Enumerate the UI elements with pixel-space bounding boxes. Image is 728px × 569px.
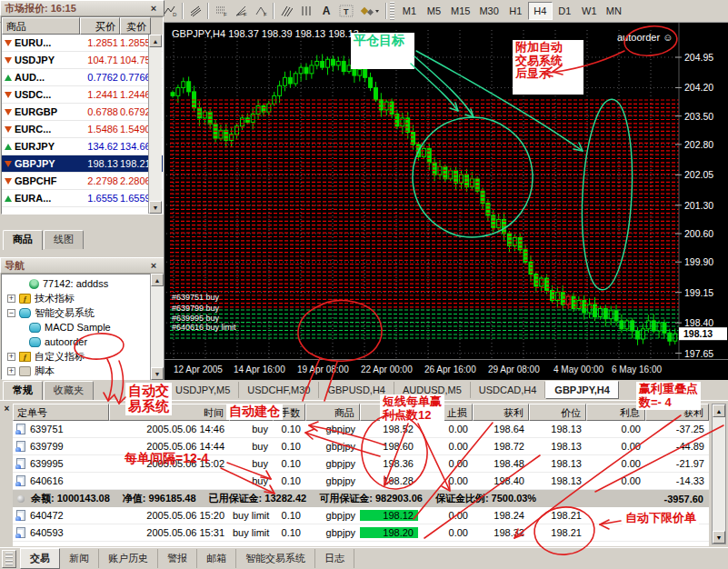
timeframe-button-d1[interactable]: D1 [553, 2, 577, 20]
market-row[interactable]: GBPCHF2.27982.2806 [2, 173, 163, 190]
arrow-text-tool-icon[interactable]: A [316, 2, 336, 21]
fibo-fan-tool-icon[interactable]: F [231, 2, 251, 21]
navigator-item[interactable]: MACD Sample [2, 320, 163, 334]
column-header-ask[interactable]: 卖价 [120, 17, 151, 35]
order-row[interactable]: 640616buy0.10gbpjpy198.280.00198.40198.1… [13, 473, 709, 490]
terminal-tabs-handle[interactable] [2, 550, 16, 568]
market-row[interactable]: USDC...1.24411.2446 [2, 86, 163, 104]
terminal-tab-智能交易系统[interactable]: 智能交易系统 [236, 549, 315, 568]
tree-expander-icon[interactable]: + [7, 367, 15, 375]
parallel-lines-tool-icon[interactable] [276, 2, 296, 21]
timeframe-button-w1[interactable]: W1 [577, 2, 602, 20]
lots-cell: 0.10 [273, 527, 305, 538]
tab-收藏夹[interactable]: 收藏夹 [44, 381, 94, 400]
close-icon[interactable]: × [2, 404, 12, 414]
order-row[interactable]: 6397512005.05.06 14:46buy0.10gbpjpy198.5… [13, 421, 709, 438]
profit-cell: -37.25 [645, 424, 709, 434]
chart-order-label: #640616 buy limit [172, 323, 236, 332]
sl-cell: 0.00 [418, 441, 473, 452]
tree-expander-icon[interactable]: + [7, 294, 15, 303]
chart-tab-USDCHF,M30[interactable]: USDCHF,M30 [239, 382, 319, 398]
time-axis-tick: 12 Apr 2005 [174, 364, 223, 374]
terminal-tab-日志[interactable]: 日志 [315, 549, 354, 568]
market-row[interactable]: EURJPY134.62134.66 [2, 138, 163, 155]
column-header-7[interactable]: 获利 [473, 404, 529, 421]
column-header-bid[interactable]: 买价 [80, 17, 120, 35]
tab-常规[interactable]: 常规 [3, 381, 43, 401]
chart-window[interactable]: #639751 buy#639799 buy#639995 buy#640616… [164, 23, 728, 380]
navigator-item[interactable]: +ƒ技术指标 [2, 291, 163, 305]
terminal-tab-交易[interactable]: 交易 [20, 548, 60, 569]
column-header-symbol[interactable]: 商品 [2, 17, 80, 35]
column-header-0[interactable]: 定单号 [13, 404, 109, 421]
timeframe-button-m5[interactable]: M5 [422, 2, 446, 20]
column-header-8[interactable]: 价位 [529, 404, 586, 421]
market-row[interactable]: GBPJPY198.13198.21 [2, 155, 163, 173]
navigator-item[interactable]: +脚本 [2, 364, 163, 378]
scroll-down-icon[interactable]: ▼ [151, 367, 164, 380]
tab-商品[interactable]: 商品 [3, 230, 43, 250]
timeframe-button-h1[interactable]: H1 [504, 2, 528, 20]
tab-线图[interactable]: 线图 [44, 230, 84, 249]
symbol-cell: AUD... [2, 72, 80, 83]
scroll-up-icon[interactable]: ▲ [151, 274, 164, 286]
order-row[interactable]: 6397992005.05.06 14:44buy0.10gbpjpy198.6… [13, 438, 709, 455]
scroll-up-icon[interactable]: ▲ [713, 404, 725, 417]
price-chart[interactable]: #639751 buy#639799 buy#639995 buy#640616… [165, 23, 728, 380]
andrews-pitchfork-tool-icon[interactable] [185, 2, 205, 21]
sl-cell: 0.00 [418, 424, 473, 434]
navigator-scrollbar[interactable]: ▲ ▼ [150, 274, 164, 380]
close-icon[interactable]: × [147, 260, 160, 271]
pending-order-row[interactable]: 6405932005.05.06 15:31buy limit0.10gbpjp… [13, 524, 709, 542]
fibo-expansion-tool-icon[interactable]: F [251, 2, 271, 21]
navigator-item[interactable]: −智能交易系统 [2, 305, 163, 320]
profit-cell: -14.33 [645, 475, 709, 486]
tree-expander-icon[interactable]: + [7, 353, 15, 361]
market-watch-scrollbar[interactable]: ▲ ▼ [148, 35, 162, 214]
chart-tab-USDCAD,H4[interactable]: USDCAD,H4 [471, 382, 546, 398]
scroll-down-icon[interactable]: ▼ [149, 201, 162, 214]
experts-icon [19, 308, 31, 318]
scroll-down-icon[interactable]: ▼ [713, 531, 725, 544]
close-icon[interactable]: × [147, 3, 160, 14]
timeframe-button-mn[interactable]: MN [602, 2, 626, 20]
timeframe-buttons: M1M5M15M30H1H4D1W1MN [397, 2, 626, 20]
chart-tab-GBPJPY,H4[interactable]: GBPJPY,H4 [545, 381, 619, 399]
annotation-auto-trade-system: 自动交 易系统 [125, 383, 172, 415]
timeframe-button-m1[interactable]: M1 [397, 2, 422, 20]
navigator-titlebar[interactable]: 导航 × [0, 257, 165, 274]
market-row[interactable]: EURC...1.54861.5490 [2, 121, 163, 138]
chart-tab-USDJPY,M5[interactable]: USDJPY,M5 [167, 382, 239, 398]
cycle-lines-tool-icon[interactable] [296, 2, 316, 21]
market-row[interactable]: AUD...0.77620.7766 [2, 69, 163, 86]
market-row[interactable]: USDJPY104.71104.75 [2, 52, 163, 69]
market-row[interactable]: EURA...1.65551.6559 [2, 190, 163, 207]
annotation-close-target: 平仓目标 [351, 33, 414, 69]
navigator-item[interactable]: +ƒ自定义指标 [2, 349, 163, 364]
market-row[interactable]: EURU...1.28511.2855 [2, 35, 163, 52]
pending-order-row[interactable]: 6404722005.05.06 15:20buy limit0.10gbpjp… [13, 507, 709, 524]
text-label-tool-icon[interactable]: T [336, 2, 356, 21]
timeframe-button-m30[interactable]: M30 [474, 2, 503, 20]
timeframe-button-m15[interactable]: M15 [446, 2, 474, 20]
bid-cell: 1.2851 [80, 37, 120, 48]
tree-expander-icon[interactable]: − [7, 309, 15, 317]
toolbar-drag-handle[interactable] [390, 2, 394, 20]
navigator-item[interactable]: autoorder [2, 334, 163, 349]
market-watch-titlebar[interactable]: 市场报价: 16:15 × [0, 0, 165, 16]
balance-value: 余额: 1000143.08 [31, 492, 110, 505]
scroll-up-icon[interactable]: ▲ [149, 35, 162, 47]
terminal-tab-新闻[interactable]: 新闻 [60, 549, 99, 568]
terminal-tab-警报[interactable]: 警报 [158, 549, 197, 568]
timeframe-button-h4[interactable]: H4 [528, 2, 553, 20]
fibo-retracement-tool-icon[interactable]: F [211, 2, 231, 21]
order-row[interactable]: 6399952005.05.06 15:02buy0.10gbpjpy198.3… [13, 455, 709, 473]
navigator-item[interactable]: 77142: adddss [2, 276, 163, 291]
column-header-4[interactable]: 商品 [305, 404, 360, 421]
market-row[interactable]: EURGBP0.67880.6792 [2, 104, 163, 121]
shapes-dropdown-icon[interactable] [356, 2, 384, 21]
terminal-scrollbar[interactable]: ▲ ▼ [712, 404, 726, 544]
terminal-tab-账户历史[interactable]: 账户历史 [99, 549, 158, 568]
terminal-tab-邮箱[interactable]: 邮箱 [197, 549, 236, 568]
toolbar-separator [385, 3, 387, 19]
